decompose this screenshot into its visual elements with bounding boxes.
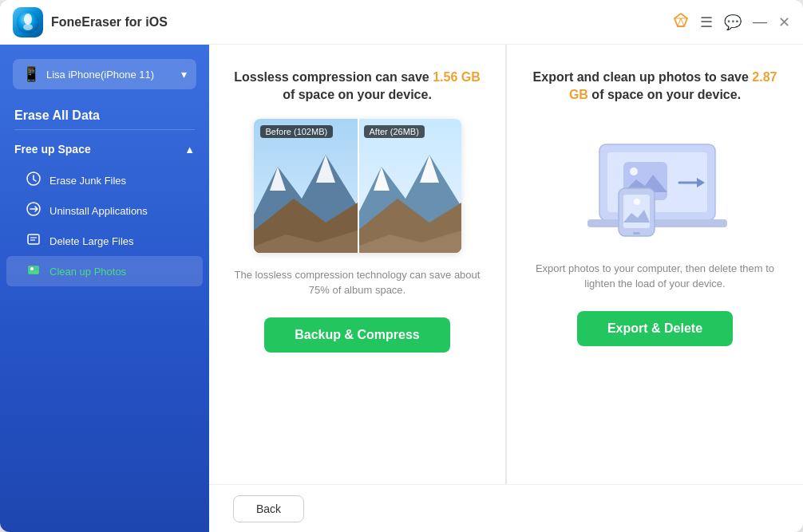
device-name: Lisa iPhone(iPhone 11) <box>46 69 175 81</box>
after-label: After (26MB) <box>364 125 425 138</box>
device-chevron-icon: ▾ <box>181 68 187 81</box>
export-illustration <box>568 119 743 246</box>
sidebar-item-large-files[interactable]: Delete Large Files <box>6 226 203 256</box>
compress-desc: The lossless compression technology can … <box>228 267 486 298</box>
svg-rect-37 <box>633 232 640 234</box>
erase-all-label: Erase All Data <box>0 100 209 129</box>
export-panel-title: Export and clean up photos to save 2.87 … <box>526 69 784 104</box>
free-up-space-chevron-icon: ▲ <box>184 144 195 156</box>
minimize-icon[interactable]: — <box>753 14 767 30</box>
svg-point-2 <box>23 24 33 30</box>
erase-junk-label: Erase Junk Files <box>49 175 126 187</box>
clean-photos-icon <box>26 262 42 280</box>
compress-title-suffix: of space on your device. <box>283 88 432 101</box>
app-title: FoneEraser for iOS <box>51 15 168 30</box>
chat-icon[interactable]: 💬 <box>724 14 742 31</box>
before-label: Before (102MB) <box>260 125 334 138</box>
svg-rect-9 <box>28 234 39 244</box>
compress-title-prefix: Lossless compression can save <box>234 70 433 84</box>
panels-row: Lossless compression can save 1.56 GB of… <box>209 45 803 484</box>
back-button[interactable]: Back <box>233 495 304 522</box>
svg-point-30 <box>630 167 638 175</box>
diamond-icon[interactable] <box>673 12 689 32</box>
bottom-bar: Back <box>209 484 803 532</box>
svg-line-6 <box>681 18 684 26</box>
svg-point-35 <box>634 199 640 205</box>
clean-photos-label: Clean up Photos <box>49 266 126 278</box>
sidebar-item-uninstall[interactable]: Uninstall Applications <box>6 195 203 226</box>
device-icon: 📱 <box>22 65 40 83</box>
right-panel: Lossless compression can save 1.56 GB of… <box>209 45 803 532</box>
large-files-icon <box>26 232 42 250</box>
title-bar-right: ☰ 💬 — ✕ <box>673 12 790 32</box>
close-icon[interactable]: ✕ <box>778 14 790 31</box>
compress-panel: Lossless compression can save 1.56 GB of… <box>209 45 506 484</box>
erase-junk-icon <box>26 171 42 189</box>
free-up-space-label: Free up Space <box>14 143 91 156</box>
export-desc: Export photos to your computer, then del… <box>526 261 784 292</box>
main-content: 📱 Lisa iPhone(iPhone 11) ▾ Erase All Dat… <box>0 45 803 532</box>
free-up-space-header[interactable]: Free up Space ▲ <box>0 136 209 162</box>
device-selector[interactable]: 📱 Lisa iPhone(iPhone 11) ▾ <box>13 59 196 89</box>
export-delete-button[interactable]: Export & Delete <box>577 311 733 346</box>
sidebar-divider <box>14 129 195 130</box>
compress-panel-title: Lossless compression can save 1.56 GB of… <box>228 69 486 104</box>
sidebar: 📱 Lisa iPhone(iPhone 11) ▾ Erase All Dat… <box>0 45 209 532</box>
sidebar-item-clean-photos[interactable]: Clean up Photos <box>6 256 203 286</box>
uninstall-label: Uninstall Applications <box>49 205 148 217</box>
app-icon <box>13 7 43 37</box>
large-files-label: Delete Large Files <box>49 235 134 247</box>
export-panel: Export and clean up photos to save 2.87 … <box>507 45 803 484</box>
sidebar-item-erase-junk[interactable]: Erase Junk Files <box>6 165 203 195</box>
menu-icon[interactable]: ☰ <box>700 14 713 31</box>
photo-comparison: Before (102MB) <box>254 119 461 253</box>
svg-point-13 <box>30 267 34 270</box>
svg-point-1 <box>24 14 32 25</box>
app-window: FoneEraser for iOS ☰ 💬 — ✕ 📱 Lisa <box>0 0 803 532</box>
sidebar-items: Erase Junk Files Uninstall Applications <box>0 162 209 290</box>
export-title-suffix: of space on your device. <box>588 88 741 101</box>
svg-marker-3 <box>674 14 687 26</box>
svg-line-5 <box>678 18 681 26</box>
backup-compress-button[interactable]: Backup & Compress <box>264 317 450 353</box>
compress-highlight: 1.56 GB <box>433 70 481 84</box>
svg-rect-28 <box>587 219 727 227</box>
photo-before: Before (102MB) <box>254 119 358 253</box>
export-title-prefix: Export and clean up photos to save <box>533 70 753 84</box>
photo-after: After (26MB) <box>358 119 461 253</box>
title-bar-left: FoneEraser for iOS <box>13 7 673 37</box>
title-bar: FoneEraser for iOS ☰ 💬 — ✕ <box>0 0 803 45</box>
uninstall-icon <box>26 202 42 219</box>
